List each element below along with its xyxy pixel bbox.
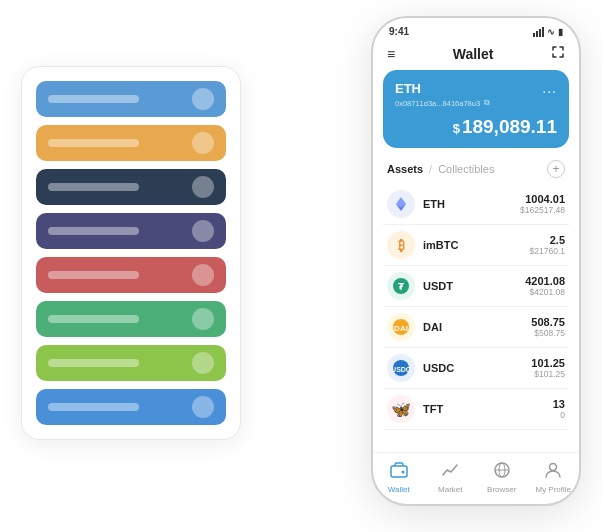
add-asset-button[interactable]: +	[547, 160, 565, 178]
svg-point-9	[401, 471, 404, 474]
eth-card-header: ETH ...	[395, 80, 557, 96]
asset-symbol: imBTC	[423, 239, 522, 251]
card-bar	[48, 139, 139, 147]
assets-tabs: Assets / Collectibles	[387, 163, 494, 175]
tab-collectibles[interactable]: Collectibles	[438, 163, 494, 175]
svg-rect-8	[391, 466, 407, 477]
svg-text:DAI: DAI	[394, 324, 408, 333]
status-bar: 9:41 ∿ ▮	[373, 18, 579, 41]
card-dot	[192, 176, 214, 198]
card-dot	[192, 396, 214, 418]
asset-balance: 101.25 $101.25	[531, 357, 565, 379]
nav-wallet[interactable]: Wallet	[373, 461, 425, 494]
page-title: Wallet	[453, 46, 494, 62]
table-row[interactable]: 🦋 TFT 13 0	[383, 389, 569, 430]
svg-text:₮: ₮	[398, 282, 405, 292]
list-item[interactable]	[36, 257, 226, 293]
list-item[interactable]	[36, 169, 226, 205]
signal-icon	[533, 27, 544, 37]
asset-balance: 1004.01 $162517.48	[520, 193, 565, 215]
asset-balance: 4201.08 $4201.08	[525, 275, 565, 297]
card-dot	[192, 352, 214, 374]
list-item[interactable]	[36, 81, 226, 117]
table-row[interactable]: ₮ USDT 4201.08 $4201.08	[383, 266, 569, 307]
asset-balance: 13 0	[553, 398, 565, 420]
asset-symbol: ETH	[423, 198, 512, 210]
card-bar	[48, 359, 139, 367]
asset-balance: 2.5 $21760.1	[530, 234, 565, 256]
eth-card[interactable]: ETH ... 0x08711d3a...8416a78u3 ⧉ $189,08…	[383, 70, 569, 148]
card-dot	[192, 132, 214, 154]
market-label: Market	[438, 485, 462, 494]
table-row[interactable]: ₿ imBTC 2.5 $21760.1	[383, 225, 569, 266]
tft-icon: 🦋	[387, 395, 415, 423]
wifi-icon: ∿	[547, 27, 555, 37]
browser-label: Browser	[487, 485, 516, 494]
imbtc-icon: ₿	[387, 231, 415, 259]
asset-symbol: USDT	[423, 280, 517, 292]
menu-icon[interactable]: ≡	[387, 46, 395, 62]
list-item[interactable]	[36, 345, 226, 381]
expand-icon[interactable]	[551, 45, 565, 62]
phone: 9:41 ∿ ▮ ≡ Wallet	[371, 16, 581, 506]
bottom-nav: Wallet Market Browser My Profile	[373, 452, 579, 504]
card-dot	[192, 88, 214, 110]
card-bar	[48, 95, 139, 103]
copy-icon[interactable]: ⧉	[484, 98, 490, 108]
wallet-icon	[390, 461, 408, 483]
market-icon	[441, 461, 459, 483]
asset-symbol: USDC	[423, 362, 523, 374]
card-bar	[48, 271, 139, 279]
assets-header: Assets / Collectibles +	[373, 158, 579, 184]
nav-market[interactable]: Market	[425, 461, 477, 494]
nav-browser[interactable]: Browser	[476, 461, 528, 494]
card-bar	[48, 403, 139, 411]
eth-address: 0x08711d3a...8416a78u3 ⧉	[395, 98, 557, 108]
list-item[interactable]	[36, 213, 226, 249]
dai-icon: DAI	[387, 313, 415, 341]
profile-label: My Profile	[535, 485, 571, 494]
phone-header: ≡ Wallet	[373, 41, 579, 70]
eth-token-name: ETH	[395, 81, 421, 96]
scene: 9:41 ∿ ▮ ≡ Wallet	[21, 16, 581, 516]
tab-divider: /	[429, 163, 432, 175]
asset-list: ETH 1004.01 $162517.48 ₿ imBTC 2.5 $2176…	[373, 184, 579, 452]
usdc-icon: USDC	[387, 354, 415, 382]
list-item[interactable]	[36, 125, 226, 161]
wallet-label: Wallet	[388, 485, 410, 494]
eth-icon	[387, 190, 415, 218]
time-label: 9:41	[389, 26, 409, 37]
status-icons: ∿ ▮	[533, 27, 563, 37]
card-bar	[48, 315, 139, 323]
card-bar	[48, 227, 139, 235]
eth-balance: $189,089.11	[395, 116, 557, 138]
list-item[interactable]	[36, 389, 226, 425]
card-dot	[192, 308, 214, 330]
nav-profile[interactable]: My Profile	[528, 461, 580, 494]
svg-text:USDC: USDC	[392, 366, 410, 373]
svg-point-13	[550, 464, 557, 471]
table-row[interactable]: ETH 1004.01 $162517.48	[383, 184, 569, 225]
asset-balance: 508.75 $508.75	[531, 316, 565, 338]
card-bar	[48, 183, 139, 191]
tab-assets[interactable]: Assets	[387, 163, 423, 175]
eth-card-menu[interactable]: ...	[542, 80, 557, 96]
asset-symbol: DAI	[423, 321, 523, 333]
table-row[interactable]: DAI DAI 508.75 $508.75	[383, 307, 569, 348]
card-stack	[21, 66, 241, 440]
card-dot	[192, 220, 214, 242]
list-item[interactable]	[36, 301, 226, 337]
browser-icon	[493, 461, 511, 483]
asset-symbol: TFT	[423, 403, 545, 415]
card-dot	[192, 264, 214, 286]
battery-icon: ▮	[558, 27, 563, 37]
usdt-icon: ₮	[387, 272, 415, 300]
table-row[interactable]: USDC USDC 101.25 $101.25	[383, 348, 569, 389]
profile-icon	[544, 461, 562, 483]
